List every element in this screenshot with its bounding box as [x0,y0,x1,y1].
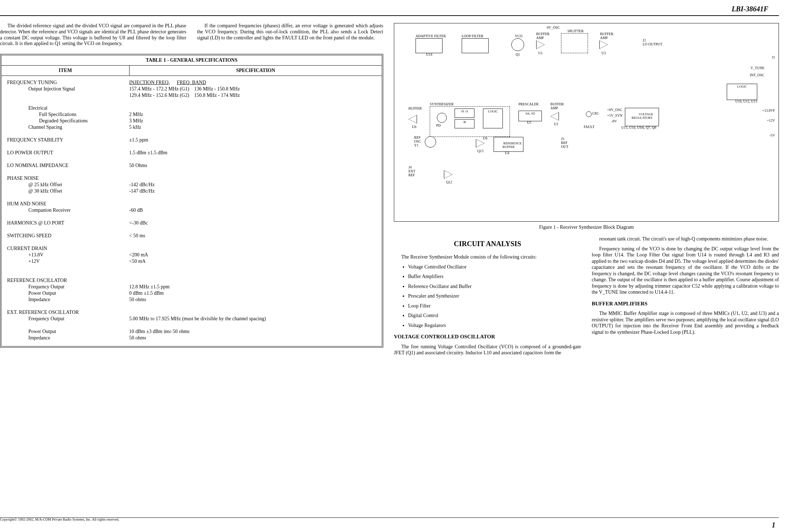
bd-buffer-u1 [536,40,545,49]
spec-value: 157.4 MHz - 172.2 MHz (G1) 136 MHz - 150… [129,86,378,92]
table-subitem: Impedance [7,297,126,303]
intro-paragraph-left: The divided reference signal and the div… [0,23,186,47]
bd-label-j1: J1 [772,55,775,59]
bd-q12 [444,170,452,179]
bd-buffer-u8 [408,115,417,123]
spec-value: 2 MHz [129,111,378,118]
buffer-amp-heading: BUFFER AMPLIFIERS [592,300,779,307]
spec-value: <50 mA [129,258,378,265]
bd-label-div-n-a: /N /A [461,110,468,113]
bd-label-q1: Q1 [516,52,520,56]
bd-label-u8: U8 [412,125,416,129]
bd-adaptive-filter [416,38,443,53]
list-item: Reference Oscillator and Buffer [408,283,581,290]
spec-value: 0 dBm ±1.5 dBm [129,290,378,297]
bd-logic: LOGIC [727,84,757,100]
bd-label-u5: U5 [527,121,531,124]
table-subitem: +13.8V [7,252,126,258]
bd-buffer-u2 [550,112,559,121]
bd-label-pd: PD [436,123,441,127]
page-number: 1 [772,521,775,529]
document-id-header: LBI-38641F [0,4,779,16]
bd-label-u4: U4 [505,151,509,155]
spec-value: -147 dBc/Hz [129,188,378,194]
table-item: CURRENT DRAIN [7,245,126,252]
bd-label-buffer-amp-u3: BUFFER AMP [600,32,614,40]
bd-voltage-regulators: VOLTAGE REGULATORS [625,108,659,126]
table-item: LO NOMINAL IMPEDANCE [7,162,126,169]
bd-label-j2-lo-output: J2 LO OUTPUT [643,38,662,46]
table-subitem: @ 30 kHz Offset [7,188,126,194]
bd-label-minus5v: -5V [769,133,775,137]
spec-value: <-30 dBc [129,220,378,226]
bd-splitter [561,33,588,53]
table-item: HUM AND NOISE [7,201,126,207]
bd-label-splitter: SPLITTER [567,29,584,33]
table-subitem: Companion Receiver [7,207,126,214]
specifications-table: TABLE 1 - GENERAL SPECIFICATIONS ITEM SP… [0,54,383,348]
bd-label-minus8v: -8V [611,119,617,123]
table-subitem: +12V [7,258,126,265]
bd-pd-mixer [437,113,447,123]
vco-heading: VOLTAGE CONTROLLED OSCILLATOR [394,333,581,340]
circuit-analysis-intro: The Receiver Synthesizer Module consists… [394,254,581,260]
footer-rule [0,517,779,518]
bd-label-logic: LOGIC [737,85,747,88]
bd-label-ref-osc-y1: REF OSC Y1 [414,135,421,147]
spec-value: 50 ohms [129,335,378,341]
bd-label-reference-buffer: REFERENCE BUFFER [502,142,522,149]
spec-value: 3 MHz [129,118,378,124]
spec-value: 50 Ohms [129,162,378,169]
table-subitem: Channel Spacing [7,124,126,131]
bd-loop-filter [462,38,489,53]
table-subitem: Power Output [7,290,126,297]
bd-label-j3-ref-out: J3 REF OUT [561,137,568,149]
bd-label-plus8v-osc: +8V_OSC [607,108,622,112]
bd-label-fault: FAULT [584,125,595,129]
table-subitem: Power Output [7,328,126,335]
figure-caption: Figure 1 - Receiver Synthesizer Block Di… [394,222,779,230]
bd-label-buffer-u8: BUFFER [408,106,422,110]
bd-label-adaptive-filter: ADAPTIVE FILTER [416,34,446,38]
table-subitem: Electrical [7,105,126,111]
spec-value: 5.00 MHz to 17.925 MHz (must be divisibl… [129,316,378,322]
table-item: PHASE NOISE [7,175,126,182]
spec-value: ±1.5 ppm [129,137,378,143]
bd-label-synth-logic: LOGIC [488,110,498,113]
vco-cont-paragraph: resonant tank circuit. The circuit's use… [592,236,779,242]
bd-label-voltage-regulators: VOLTAGE REGULATORS [632,112,653,120]
table-item-column: FREQUENCY TUNING Output Injection Signal… [1,79,129,341]
spec-value: < 50 ms [129,233,378,239]
bd-label-prescaler: PRESCALER [518,102,539,106]
buffer-amp-paragraph: The MMIC Buffer Amplifier stage is compo… [592,310,779,335]
bd-vco [511,38,524,51]
bd-label-plus13-8vf: +13.8VF [762,109,775,112]
table-item: LO POWER OUTPUT [7,150,126,156]
bd-buffer-u3 [599,40,608,49]
spec-header-injfreq: INJECTION FREQ. [129,79,170,86]
spec-value: 50 ohms [129,297,378,303]
list-item: Loop Filter [408,303,581,309]
vco-paragraph-1: The free running Voltage Controlled Osci… [394,344,581,356]
bd-synth-logic: LOGIC [483,109,503,128]
bd-label-8v-osc: 8V_OSC [547,26,560,29]
bd-label-j4-ext-ref: J4 EXT REF [408,165,415,177]
table-header-spec: SPECIFICATION [130,66,382,76]
bd-label-loop-filter: LOOP FILTER [462,34,483,38]
bd-div-n-a: /N /A [455,109,474,118]
table-subitem: Impedance [7,335,126,341]
bd-label-cr1: CR1 [592,111,599,115]
table-item: HARMONICS @ LO PORT [7,220,126,226]
table-spec-column: INJECTION FREQ. FREQ. BAND 157.4 MHz - 1… [129,79,382,341]
copyright-notice: Copyright© 1992-2002, M/A-COM Private Ra… [0,517,119,521]
spec-header-freqband: FREQ. BAND [177,79,206,86]
table-subitem: Degraded Specifications [7,118,126,124]
table-subitem: Output Injection Signal [7,86,126,92]
list-item: Voltage Controlled Oscillator [408,264,581,270]
block-diagram-figure: ADAPTIVE FILTER LOOP FILTER U14 VCO Q1 B… [394,23,779,222]
circuit-analysis-heading: CIRCUIT ANALYSIS [394,239,581,248]
bd-label-buffer-amp: BUFFER AMP [536,32,550,40]
spec-value: 1.5 dBm ±1.5 dBm [129,150,378,156]
bd-label-plus5v-syn: +5V_SYN [607,113,622,117]
bd-ref-osc [425,136,436,148]
